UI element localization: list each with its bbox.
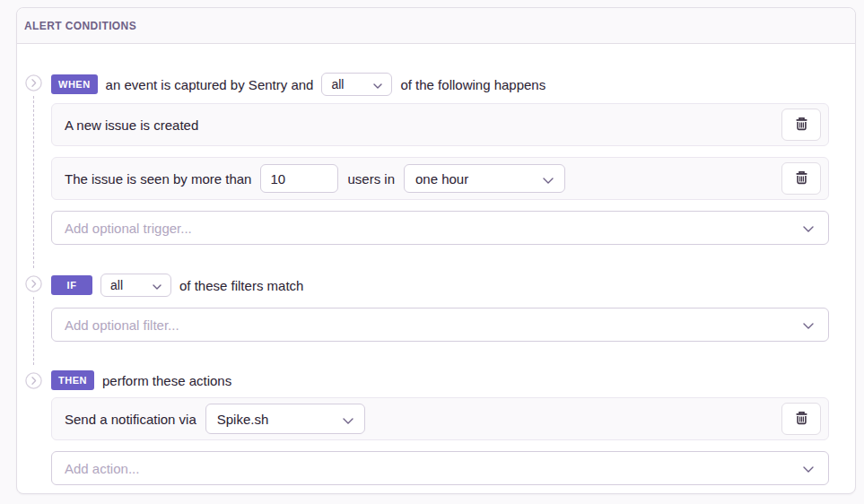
delete-action-button[interactable]: [781, 403, 821, 435]
delete-trigger-button[interactable]: [781, 162, 821, 195]
when-lead-line: WHEN an event is captured by Sentry and …: [51, 73, 829, 96]
trigger-row-new-issue: A new issue is created: [51, 103, 829, 146]
circle-chevron-right-icon: [25, 74, 42, 91]
when-match-select-value: all: [331, 77, 344, 91]
add-filter-select[interactable]: Add optional filter...: [51, 308, 829, 342]
when-step: WHEN an event is captured by Sentry and …: [25, 73, 829, 245]
then-lead-text: perform these actions: [102, 373, 231, 388]
if-step: IF all of these filters match Add option…: [25, 274, 829, 342]
add-action-placeholder: Add action...: [65, 461, 139, 476]
then-lead-line: THEN perform these actions: [51, 370, 829, 390]
delete-trigger-button[interactable]: [781, 109, 821, 141]
interval-select-value: one hour: [415, 171, 468, 187]
chevron-down-icon: [543, 171, 554, 187]
chevron-down-icon: [803, 317, 814, 333]
if-lead-line: IF all of these filters match: [51, 274, 829, 297]
notification-service-select-value: Spike.sh: [217, 412, 269, 427]
alert-conditions-panel: ALERT CONDITIONS WHEN an event is captur…: [16, 7, 856, 494]
chevron-down-icon: [153, 278, 161, 292]
chevron-down-icon: [343, 412, 353, 427]
if-match-select-value: all: [110, 278, 123, 292]
user-count-input[interactable]: [260, 164, 338, 193]
panel-header: ALERT CONDITIONS: [17, 8, 855, 44]
add-trigger-placeholder: Add optional trigger...: [65, 221, 192, 236]
then-badge: THEN: [51, 370, 94, 390]
circle-chevron-right-icon: [25, 372, 42, 389]
notification-service-select[interactable]: Spike.sh: [205, 404, 365, 434]
if-lead-text-after: of these filters match: [179, 278, 303, 293]
chevron-down-icon: [373, 77, 382, 91]
add-action-select[interactable]: Add action...: [51, 451, 829, 485]
trigger-row-seen-by-users: The issue is seen by more than users in …: [51, 157, 829, 200]
action-row-notification: Send a notification via Spike.sh: [51, 397, 829, 440]
trash-icon: [795, 411, 808, 428]
action-row-text: Send a notification via: [65, 412, 196, 427]
trigger-row-text: A new issue is created: [65, 117, 198, 133]
interval-select[interactable]: one hour: [404, 164, 565, 193]
then-step: THEN perform these actions Send a notifi…: [25, 370, 829, 485]
trigger-row-text: The issue is seen by more than: [65, 171, 251, 187]
trigger-row-text-middle: users in: [347, 171, 395, 187]
when-lead-text-after: of the following happens: [400, 77, 545, 92]
when-match-select[interactable]: all: [321, 73, 392, 96]
chevron-down-icon: [803, 220, 814, 236]
if-badge: IF: [51, 275, 92, 295]
panel-body: WHEN an event is captured by Sentry and …: [17, 44, 855, 501]
when-badge: WHEN: [51, 74, 98, 94]
add-trigger-select[interactable]: Add optional trigger...: [51, 211, 829, 245]
trash-icon: [795, 170, 808, 187]
if-match-select[interactable]: all: [100, 274, 171, 297]
add-filter-placeholder: Add optional filter...: [65, 317, 179, 333]
when-lead-text: an event is captured by Sentry and: [106, 77, 314, 92]
trash-icon: [795, 117, 808, 134]
chevron-down-icon: [803, 460, 814, 476]
circle-chevron-right-icon: [25, 275, 42, 292]
panel-title: ALERT CONDITIONS: [24, 20, 136, 32]
